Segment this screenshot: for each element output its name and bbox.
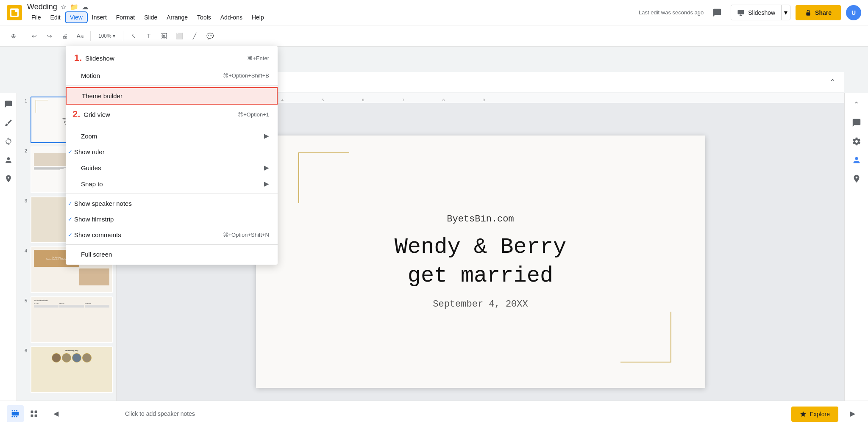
- divider-m4: [66, 244, 278, 245]
- undo-btn[interactable]: ↩: [28, 29, 41, 43]
- sidebar-sync-icon[interactable]: [1, 134, 16, 149]
- collapse-toolbar-btn[interactable]: ⌃: [829, 77, 836, 87]
- present-dropdown-btn[interactable]: ▾: [781, 5, 790, 20]
- last-edit[interactable]: Last edit was seconds ago: [639, 9, 704, 16]
- menu-snap-to[interactable]: Snap to ▶: [66, 176, 278, 192]
- snap-to-label: Snap to: [81, 180, 103, 188]
- menu-insert[interactable]: Insert: [88, 12, 111, 22]
- slide-canvas[interactable]: ByetsBin.com Wendy & Berry get married S…: [256, 136, 705, 388]
- explore-label: Explore: [810, 411, 830, 418]
- divider-m1: [66, 85, 278, 86]
- doc-title[interactable]: Wedding: [27, 3, 57, 11]
- explore-button[interactable]: Explore: [791, 407, 838, 422]
- svg-rect-3: [12, 410, 13, 411]
- right-sidebar-icon3[interactable]: [849, 152, 864, 168]
- speaker-notes-placeholder[interactable]: Click to add speaker notes: [125, 410, 195, 417]
- expand-right-panel-btn[interactable]: ▶: [844, 405, 861, 422]
- menu-addons[interactable]: Add-ons: [216, 12, 247, 22]
- redo-btn[interactable]: ↪: [43, 29, 56, 43]
- menu-show-comments[interactable]: ✓ Show comments ⌘+Option+Shift+N: [66, 227, 278, 243]
- menu-tools[interactable]: Tools: [193, 12, 215, 22]
- motion-shortcut: ⌘+Option+Shift+B: [223, 72, 269, 79]
- folder-icon[interactable]: 📁: [70, 3, 78, 11]
- divider-m3: [66, 194, 278, 194]
- filmstrip-view-btn[interactable]: [7, 405, 24, 422]
- right-sidebar: ⌃ +: [844, 93, 868, 426]
- star-icon[interactable]: ☆: [61, 3, 67, 11]
- right-sidebar-icon4[interactable]: [849, 171, 864, 186]
- right-sidebar-icon2[interactable]: [849, 134, 864, 149]
- slide-thumb-content-6: The wedding party: [31, 347, 112, 392]
- sidebar-paintbrush-icon[interactable]: [1, 115, 16, 130]
- step2-badge: 2.: [72, 109, 80, 120]
- app-logo[interactable]: [7, 5, 22, 20]
- svg-rect-10: [35, 410, 37, 413]
- slide-thumb-6[interactable]: 6 The wedding party: [20, 346, 113, 393]
- svg-rect-7: [14, 416, 15, 417]
- svg-rect-11: [31, 414, 33, 417]
- right-sidebar-icon1[interactable]: [849, 115, 864, 130]
- menu-edit[interactable]: Edit: [46, 12, 65, 22]
- slide-thumb-5[interactable]: 5 Join us for a full weekend Fri at Nm S…: [20, 296, 113, 343]
- slide-date[interactable]: September 4, 20XX: [433, 299, 528, 310]
- explore-star-icon: [800, 411, 807, 418]
- shape-btn[interactable]: ⬜: [172, 29, 186, 43]
- guides-label: Guides: [81, 164, 101, 172]
- image-btn[interactable]: 🖼: [157, 29, 171, 43]
- add-slide-btn[interactable]: ⊕: [7, 29, 20, 43]
- menu-slide[interactable]: Slide: [140, 12, 161, 22]
- speaker-notes-bar[interactable]: Click to add speaker notes: [117, 401, 783, 426]
- grid-view-toggle-btn[interactable]: [25, 405, 42, 422]
- divider-1: [24, 31, 24, 41]
- show-filmstrip-label: Show filmstrip: [74, 216, 114, 223]
- comments-check-icon: ✓: [66, 232, 74, 238]
- menu-show-speaker-notes[interactable]: ✓ Show speaker notes: [66, 196, 278, 211]
- grid-view-shortcut: ⌘+Option+1: [238, 111, 269, 118]
- toolbar: ⊕ ↩ ↪ 🖨 Aa 100% ▾ ↖ T 🖼 ⬜ ╱ 💬: [0, 25, 868, 47]
- right-sidebar-collapse-icon[interactable]: ⌃: [849, 97, 864, 112]
- menu-full-screen[interactable]: Full screen: [66, 246, 278, 262]
- line-btn[interactable]: ╱: [188, 29, 201, 43]
- menu-zoom[interactable]: Zoom ▶: [66, 128, 278, 144]
- doc-title-row: Wedding ☆ 📁 ☁: [27, 3, 268, 11]
- print-btn[interactable]: 🖨: [58, 29, 72, 43]
- slide-url[interactable]: ByetsBin.com: [447, 214, 514, 224]
- slide-title-line2: get married: [408, 263, 553, 288]
- slide-thumbnail-5[interactable]: Join us for a full weekend Fri at Nm Sat…: [31, 296, 113, 343]
- slide-num-5: 5: [20, 296, 27, 303]
- zoom-btn[interactable]: 100% ▾: [94, 29, 120, 43]
- menu-motion[interactable]: Motion ⌘+Option+Shift+B: [66, 68, 278, 83]
- menu-show-ruler[interactable]: ✓ Show ruler: [66, 144, 278, 160]
- show-ruler-label: Show ruler: [74, 148, 105, 155]
- present-main-btn[interactable]: Slideshow: [731, 6, 781, 20]
- cursor-btn[interactable]: ↖: [127, 29, 140, 43]
- comment-btn[interactable]: 💬: [203, 29, 217, 43]
- text-btn[interactable]: T: [142, 29, 156, 43]
- menu-slideshow[interactable]: 1. Slideshow ⌘+Enter: [66, 48, 278, 68]
- menu-file[interactable]: File: [27, 12, 45, 22]
- menu-arrange[interactable]: Arrange: [162, 12, 192, 22]
- slide-title[interactable]: Wendy & Berry get married: [395, 233, 567, 290]
- sidebar-person-icon[interactable]: [1, 152, 16, 168]
- menu-view[interactable]: View: [66, 12, 87, 22]
- slide-num-2: 2: [20, 147, 27, 153]
- menu-show-filmstrip[interactable]: ✓ Show filmstrip: [66, 211, 278, 227]
- top-bar-right: Last edit was seconds ago Slideshow ▾ Sh…: [639, 4, 861, 21]
- user-avatar[interactable]: U: [846, 5, 861, 20]
- menu-bar: File Edit View Insert Format Slide Arran…: [27, 12, 268, 22]
- menu-format[interactable]: Format: [112, 12, 139, 22]
- menu-help[interactable]: Help: [248, 12, 268, 22]
- slide-thumbnail-6[interactable]: The wedding party: [31, 346, 113, 393]
- cloud-icon[interactable]: ☁: [82, 3, 89, 11]
- comments-icon-btn[interactable]: [709, 4, 726, 21]
- collapse-panel-btn[interactable]: ◀: [47, 405, 64, 422]
- sidebar-chat-icon[interactable]: [1, 97, 16, 112]
- menu-theme-builder[interactable]: Theme builder: [66, 87, 278, 105]
- spell-check-btn[interactable]: Aa: [73, 29, 87, 43]
- sidebar-map-icon[interactable]: [1, 171, 16, 186]
- slide-num-3: 3: [20, 196, 27, 203]
- show-comments-shortcut: ⌘+Option+Shift+N: [223, 232, 269, 238]
- menu-guides[interactable]: Guides ▶: [66, 160, 278, 176]
- share-button[interactable]: Share: [796, 5, 841, 20]
- menu-grid-view[interactable]: 2. Grid view ⌘+Option+1: [66, 105, 278, 124]
